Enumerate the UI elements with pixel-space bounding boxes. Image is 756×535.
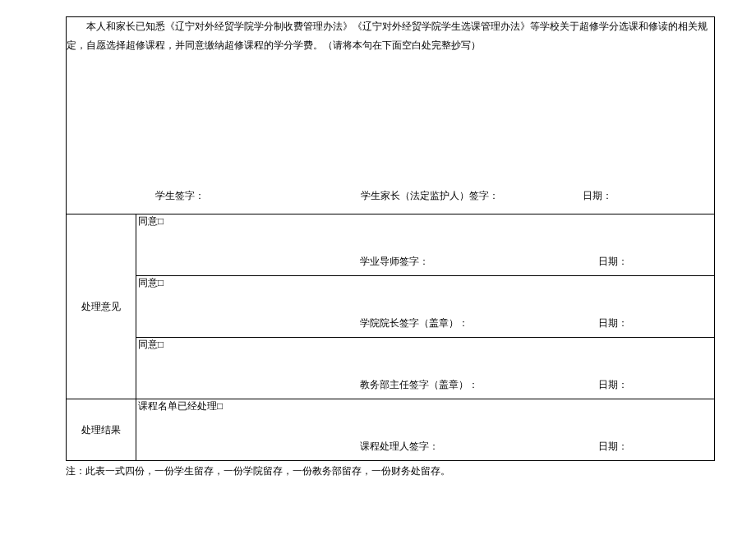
advisor-approval-cell: 同意□ 学业导师签字： 日期： xyxy=(136,214,715,276)
dean-date-label: 日期： xyxy=(598,316,628,330)
dean-approval-cell: 同意□ 学院院长签字（盖章）： 日期： xyxy=(136,276,715,338)
guardian-signature-label: 学生家长（法定监护人）签字： xyxy=(361,187,583,205)
processor-date-label: 日期： xyxy=(598,440,628,454)
result-label-cell: 处理结果 xyxy=(67,399,136,461)
director-approval-cell: 同意□ 教务部主任签字（盖章）： 日期： xyxy=(136,338,715,399)
director-signature-line: 教务部主任签字（盖章）： 日期： xyxy=(136,378,714,392)
declaration-section: 本人和家长已知悉《辽宁对外经贸学院学分制收费管理办法》《辽宁对外经贸学院学生选课… xyxy=(67,17,715,214)
director-signature-label: 教务部主任签字（盖章）： xyxy=(360,378,598,392)
result-cell: 课程名单已经处理□ 课程处理人签字： 日期： xyxy=(136,399,715,461)
declaration-signature-line: 学生签字： 学生家长（法定监护人）签字： 日期： xyxy=(67,187,714,205)
advisor-signature-label: 学业导师签字： xyxy=(360,255,598,269)
dean-agree-text: 同意□ xyxy=(138,276,714,290)
opinion-label: 处理意见 xyxy=(81,301,121,312)
processor-signature-label: 课程处理人签字： xyxy=(360,440,598,454)
form-table: 本人和家长已知悉《辽宁对外经贸学院学分制收费管理办法》《辽宁对外经贸学院学生选课… xyxy=(66,16,715,461)
result-label: 处理结果 xyxy=(81,424,121,436)
dean-signature-line: 学院院长签字（盖章）： 日期： xyxy=(136,316,714,330)
opinion-label-cell: 处理意见 xyxy=(67,214,136,399)
advisor-agree-text: 同意□ xyxy=(138,214,714,228)
footnote-text: 注：此表一式四份，一份学生留存，一份学院留存，一份教务部留存，一份财务处留存。 xyxy=(66,464,740,478)
advisor-date-label: 日期： xyxy=(598,255,628,269)
processor-signature-line: 课程处理人签字： 日期： xyxy=(136,440,714,454)
processed-text: 课程名单已经处理□ xyxy=(138,399,714,413)
dean-signature-label: 学院院长签字（盖章）： xyxy=(360,316,598,330)
director-date-label: 日期： xyxy=(598,378,628,392)
director-agree-text: 同意□ xyxy=(138,338,714,352)
advisor-signature-line: 学业导师签字： 日期： xyxy=(136,255,714,269)
declaration-text: 本人和家长已知悉《辽宁对外经贸学院学分制收费管理办法》《辽宁对外经贸学院学生选课… xyxy=(67,17,714,55)
declaration-date-label: 日期： xyxy=(583,187,612,205)
student-signature-label: 学生签字： xyxy=(155,187,361,205)
